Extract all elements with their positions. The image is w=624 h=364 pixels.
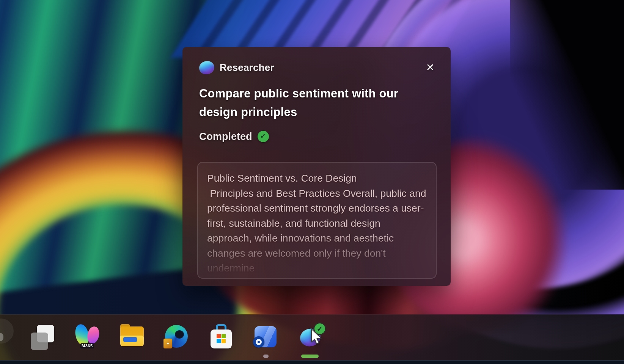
close-button[interactable]: ✕ <box>423 61 437 74</box>
app-name: Researcher <box>220 62 274 74</box>
edge-icon-hole <box>175 330 184 339</box>
task-view-icon-front <box>31 333 48 350</box>
taskbar-file-explorer-button[interactable] <box>118 323 146 351</box>
check-circle-icon: ✓ <box>258 131 269 142</box>
wallpaper-black-corner <box>510 0 624 190</box>
result-preview-box[interactable]: Public Sentiment vs. Core Design Princip… <box>197 162 437 279</box>
taskbar-task-view-button[interactable] <box>29 323 57 351</box>
m365-badge-label: M365 <box>80 343 94 348</box>
desktop-screen: Researcher ✕ Compare public sentiment wi… <box>0 0 624 364</box>
microsoft-logo-icon <box>217 334 226 343</box>
mouse-cursor <box>308 328 325 345</box>
outlook-running-indicator <box>263 355 269 358</box>
taskbar-store-button[interactable] <box>207 323 234 351</box>
status-row: Completed ✓ <box>199 130 269 143</box>
screen-bottom-strip <box>0 360 624 364</box>
close-icon: ✕ <box>426 62 435 73</box>
card-header: Researcher ✕ <box>199 61 437 76</box>
m365-copilot-icon-blade <box>86 326 100 345</box>
researcher-active-indicator <box>301 355 319 358</box>
researcher-notification-card[interactable]: Researcher ✕ Compare public sentiment wi… <box>182 47 451 286</box>
edge-sparkle-badge: ✦ <box>163 339 172 348</box>
status-label: Completed <box>199 131 252 143</box>
task-title: Compare public sentiment with our design… <box>199 84 431 121</box>
result-text: Public Sentiment vs. Core Design Princip… <box>198 163 436 276</box>
taskbar-m365-copilot-button[interactable]: M365 <box>74 323 101 351</box>
file-explorer-icon-strip <box>123 337 137 342</box>
outlook-icon-o-ring <box>256 339 262 345</box>
taskbar-edge-button[interactable]: ✦ <box>163 323 190 351</box>
researcher-app-icon <box>198 60 215 76</box>
taskbar-outlook-button[interactable] <box>251 323 279 351</box>
